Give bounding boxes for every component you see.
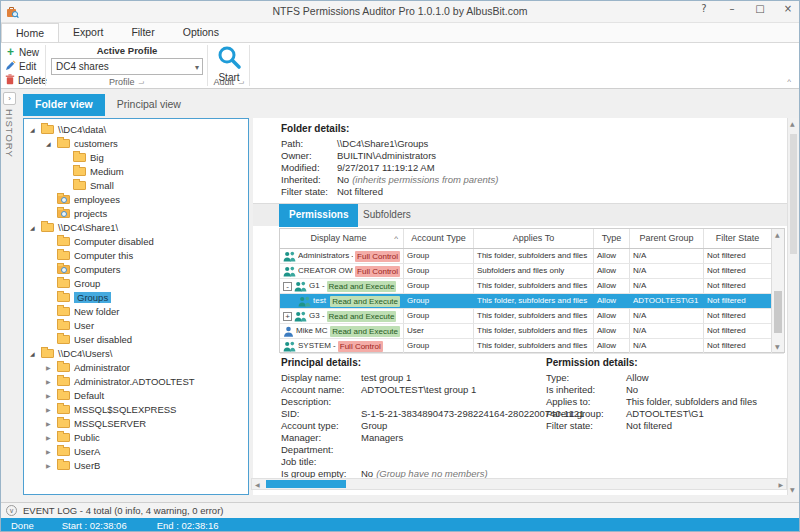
- collapse-arrow-icon[interactable]: [46, 462, 57, 469]
- tab-home[interactable]: Home: [1, 23, 59, 42]
- tab-principal-view[interactable]: Principal view: [105, 94, 193, 116]
- tab-subfolders[interactable]: Subfolders: [353, 204, 421, 227]
- edit-profile-button[interactable]: Edit: [3, 59, 45, 73]
- tree-item[interactable]: \\DC4\data\: [24, 122, 248, 136]
- collapse-arrow-icon[interactable]: [46, 420, 57, 427]
- horizontal-scrollbar[interactable]: ◀ ▶: [251, 478, 787, 490]
- tree-item[interactable]: Public: [24, 430, 248, 444]
- scroll-down-icon[interactable]: ▼: [775, 343, 780, 350]
- dialog-launcher-icon[interactable]: ⌐: [138, 78, 145, 87]
- table-row[interactable]: +G3 - Read and Execute Group This folder…: [280, 309, 784, 324]
- tree-item[interactable]: Default: [24, 388, 248, 402]
- detail-row: Filter state:Not filtered: [546, 420, 757, 432]
- profile-group: Active Profile DC4 shares ▾ Profile⌐: [47, 43, 207, 88]
- expand-arrow-icon[interactable]: [30, 350, 41, 357]
- collapse-arrow-icon[interactable]: [46, 406, 57, 413]
- tree-item[interactable]: \\DC4\Users\: [24, 346, 248, 360]
- expand-arrow-icon[interactable]: [30, 126, 41, 133]
- column-header-filter-state[interactable]: Filter State: [704, 229, 772, 248]
- tree-item[interactable]: MSSQLSERVER: [24, 416, 248, 430]
- close-button[interactable]: ×: [781, 3, 795, 14]
- status-end-time: End : 02:38:16: [157, 520, 219, 531]
- expand-arrow-icon[interactable]: [30, 224, 41, 231]
- tree-item[interactable]: customers: [24, 136, 248, 150]
- tree-item[interactable]: MSSQL$SQLEXPRESS: [24, 402, 248, 416]
- ribbon: + New Edit Delete Active Profile DC4 sha…: [1, 42, 799, 89]
- tab-permissions[interactable]: Permissions: [279, 204, 358, 227]
- search-folder-icon: [57, 209, 70, 218]
- tree-item[interactable]: New folder: [24, 304, 248, 318]
- folder-icon: [41, 223, 54, 232]
- table-row[interactable]: CREATOR OWNER - Full Control Group Subfo…: [280, 264, 784, 279]
- table-row[interactable]: Administrators - Full Control Group This…: [280, 249, 784, 264]
- delete-profile-button[interactable]: Delete: [3, 73, 45, 87]
- folder-icon: [57, 419, 70, 428]
- collapse-arrow-icon[interactable]: [46, 448, 57, 455]
- history-label[interactable]: HISTORY: [4, 109, 15, 158]
- tree-item[interactable]: Big: [24, 150, 248, 164]
- minimize-button[interactable]: –: [725, 3, 739, 14]
- scroll-right-icon[interactable]: ▶: [778, 481, 783, 488]
- tree-item[interactable]: \\DC4\Share1\: [24, 220, 248, 234]
- tree-item[interactable]: UserB: [24, 458, 248, 472]
- permission-badge: Full Control: [355, 251, 400, 262]
- search-folder-icon: [57, 265, 70, 274]
- collapse-box-icon[interactable]: -: [283, 282, 292, 291]
- tree-item[interactable]: Computers: [24, 262, 248, 276]
- help-button[interactable]: ?: [697, 3, 711, 14]
- scroll-down-icon[interactable]: ▼: [790, 486, 795, 493]
- collapse-arrow-icon[interactable]: [46, 378, 57, 385]
- tree-item[interactable]: Computer disabled: [24, 234, 248, 248]
- column-header-applies-to[interactable]: Applies To: [474, 229, 594, 248]
- new-profile-button[interactable]: + New: [3, 45, 45, 59]
- tree-item[interactable]: UserA: [24, 444, 248, 458]
- scrollbar-thumb[interactable]: [266, 480, 346, 488]
- tree-item[interactable]: projects: [24, 206, 248, 220]
- column-header-account-type[interactable]: Account Type: [404, 229, 474, 248]
- event-log-bar[interactable]: ∨ EVENT LOG - 4 total (0 info, 4 warning…: [1, 502, 799, 518]
- title-bar: NTFS Permissions Auditor Pro 1.0.1.0 by …: [1, 1, 799, 23]
- tree-item[interactable]: Small: [24, 178, 248, 192]
- collapse-arrow-icon[interactable]: [46, 434, 57, 441]
- collapse-arrow-icon[interactable]: [46, 364, 57, 371]
- tab-folder-view[interactable]: Folder view: [23, 94, 105, 116]
- detail-row: Display name:test group 1: [281, 372, 584, 384]
- column-header-display-name[interactable]: Display Name^: [280, 229, 404, 248]
- scroll-left-icon[interactable]: ◀: [255, 481, 260, 488]
- expand-arrow-icon[interactable]: [46, 140, 57, 147]
- chevron-down-icon[interactable]: ∨: [6, 505, 17, 516]
- vertical-scrollbar[interactable]: ▲ ▼: [787, 118, 799, 495]
- table-row[interactable]: Mike MC. Cruise - Read and Execute User …: [280, 324, 784, 339]
- expand-box-icon[interactable]: +: [283, 312, 292, 321]
- maximize-button[interactable]: □: [753, 3, 767, 14]
- tree-item[interactable]: Computer this: [24, 248, 248, 262]
- tree-item[interactable]: Administrator.ADTOOLTEST: [24, 374, 248, 388]
- scrollbar-thumb[interactable]: [790, 134, 797, 254]
- history-expand-button[interactable]: ›: [3, 92, 16, 105]
- tab-filter[interactable]: Filter: [117, 23, 168, 42]
- tree-item[interactable]: Group: [24, 276, 248, 290]
- table-scrollbar[interactable]: ▲ ▼: [771, 229, 784, 352]
- scroll-up-icon[interactable]: ▲: [790, 120, 795, 127]
- tab-options[interactable]: Options: [169, 23, 233, 42]
- column-header-parent-group[interactable]: Parent Group: [630, 229, 704, 248]
- detail-row: SID:S-1-5-21-3834890473-298224164-280220…: [281, 408, 584, 420]
- table-row[interactable]: SYSTEM - Full Control Group This folder,…: [280, 339, 784, 354]
- scroll-up-icon[interactable]: ▲: [775, 231, 780, 238]
- tab-export[interactable]: Export: [59, 23, 117, 42]
- dialog-launcher-icon[interactable]: ⌐: [238, 78, 245, 87]
- tree-item[interactable]: User disabled: [24, 332, 248, 346]
- tree-item[interactable]: Medium: [24, 164, 248, 178]
- tree-item-groups[interactable]: Groups: [24, 290, 248, 304]
- collapse-ribbon-icon[interactable]: ^: [787, 77, 791, 86]
- tree-item[interactable]: User: [24, 318, 248, 332]
- scrollbar-thumb[interactable]: [774, 291, 782, 333]
- table-row[interactable]: -G1 - Read and Execute Group This folder…: [280, 279, 784, 294]
- column-header-type[interactable]: Type: [594, 229, 630, 248]
- profile-select[interactable]: DC4 shares ▾: [51, 58, 203, 75]
- start-audit-button[interactable]: [209, 44, 249, 74]
- tree-item[interactable]: employees: [24, 192, 248, 206]
- table-row-selected[interactable]: test group 1 - Read and Execute Group Th…: [280, 294, 784, 309]
- collapse-arrow-icon[interactable]: [46, 392, 57, 399]
- tree-item[interactable]: Administrator: [24, 360, 248, 374]
